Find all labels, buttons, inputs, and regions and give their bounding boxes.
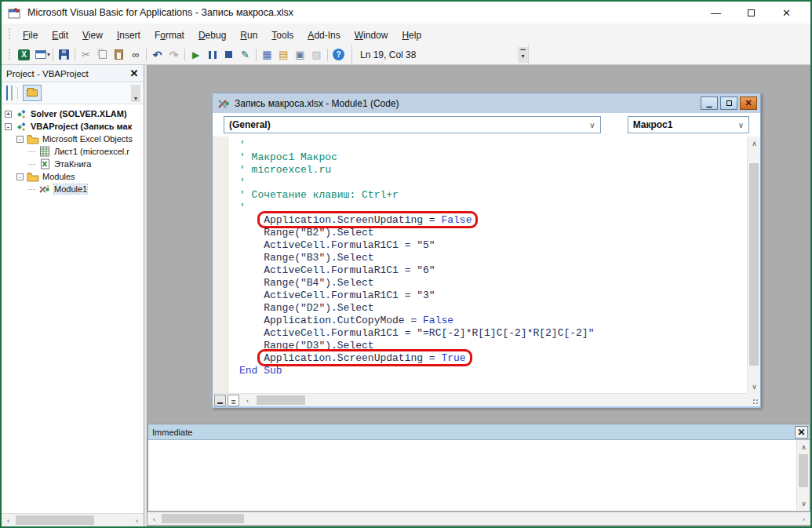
find-button[interactable]: ∞ bbox=[127, 47, 144, 63]
tree-item-module1[interactable]: Module1 bbox=[2, 183, 144, 195]
cut-button[interactable]: ✂ bbox=[78, 47, 94, 63]
run-button[interactable]: ▶ bbox=[188, 47, 204, 63]
immediate-titlebar[interactable]: Immediate ✕ bbox=[148, 424, 810, 440]
scroll-thumb[interactable] bbox=[799, 454, 808, 487]
tree-item-microsoft[interactable]: -Microsoft Excel Objects bbox=[2, 133, 144, 145]
scroll-thumb[interactable] bbox=[257, 395, 305, 405]
menu-insert[interactable]: Insert bbox=[110, 27, 147, 44]
code-window-titlebar[interactable]: Запись макроса.xlsx - Module1 (Code) ▁ ✕ bbox=[213, 93, 760, 113]
code-vscrollbar[interactable]: ∧ ∨ bbox=[747, 137, 760, 393]
expand-icon[interactable]: + bbox=[5, 111, 12, 118]
object-dropdown[interactable]: (General) ∨ bbox=[224, 116, 601, 133]
toolbar-overflow-icon[interactable]: ▔▾ bbox=[518, 47, 528, 63]
toolbox-button[interactable]: ▨ bbox=[308, 47, 325, 63]
properties-window-button[interactable]: ▤ bbox=[275, 47, 292, 63]
menu-accelerator: o bbox=[160, 30, 166, 41]
cursor-position-indicator: Ln 19, Col 38 bbox=[351, 45, 489, 64]
toggle-folders-button[interactable] bbox=[23, 85, 42, 101]
paste-button[interactable] bbox=[111, 47, 127, 63]
tree-item-этакнига[interactable]: ЭтаКнига bbox=[2, 158, 144, 170]
scroll-thumb[interactable] bbox=[162, 514, 244, 523]
procedure-view-button[interactable]: ▬ bbox=[214, 395, 226, 406]
code-line: Range("D3").Select bbox=[239, 340, 747, 352]
code-maximize-icon[interactable] bbox=[720, 96, 737, 110]
scroll-down-icon[interactable]: ∨ bbox=[748, 380, 761, 393]
immediate-vscrollbar[interactable]: ∧ ∨ bbox=[796, 440, 810, 510]
menu-format[interactable]: Format bbox=[147, 27, 191, 44]
scroll-up-icon[interactable]: ∧ bbox=[748, 137, 761, 150]
menu-grip[interactable] bbox=[8, 28, 12, 41]
view-object-button[interactable] bbox=[11, 86, 13, 100]
menu-run[interactable]: Run bbox=[233, 27, 264, 44]
scroll-left-icon[interactable]: ‹ bbox=[147, 512, 161, 526]
reset-button[interactable] bbox=[220, 47, 237, 63]
collapse-icon[interactable]: - bbox=[5, 123, 12, 130]
code-minimize-icon[interactable]: ▁ bbox=[701, 96, 718, 110]
scroll-left-icon[interactable]: ‹ bbox=[2, 514, 15, 527]
menu-view[interactable]: View bbox=[75, 27, 110, 44]
scroll-up-icon[interactable]: ∧ bbox=[797, 440, 810, 453]
code-text: Application.CutCopyMode = bbox=[239, 315, 423, 326]
collapse-icon[interactable]: - bbox=[16, 136, 24, 143]
insert-userform-button[interactable] bbox=[32, 47, 49, 63]
project-explorer-icon: ▦ bbox=[262, 49, 271, 60]
minimize-icon[interactable]: — bbox=[698, 3, 734, 22]
project-explorer-button[interactable]: ▦ bbox=[259, 47, 275, 63]
scroll-right-icon[interactable]: › bbox=[797, 512, 810, 526]
code-margin-bar[interactable] bbox=[213, 137, 228, 393]
break-button[interactable] bbox=[204, 47, 220, 63]
menu-add-ins[interactable]: Add-Ins bbox=[300, 27, 347, 44]
code-hscrollbar[interactable]: ‹ bbox=[239, 394, 747, 406]
menu-accelerator: D bbox=[198, 30, 206, 41]
menu-tools[interactable]: Tools bbox=[264, 27, 300, 44]
code-line: Range("B4").Select bbox=[239, 277, 747, 289]
scroll-thumb[interactable] bbox=[749, 163, 759, 366]
project-panel-close-icon[interactable]: ✕ bbox=[128, 67, 140, 79]
code-close-icon[interactable]: ✕ bbox=[740, 96, 757, 110]
view-microsoft-excel-button[interactable]: X bbox=[16, 47, 32, 63]
undo-button[interactable]: ↶ bbox=[149, 47, 166, 63]
menu-file[interactable]: File bbox=[16, 27, 45, 44]
collapse-icon[interactable]: - bbox=[16, 173, 24, 180]
menu-accelerator: F bbox=[23, 30, 28, 41]
code-text-area[interactable]: '' Макрос1 Макрос' microexcel.ru'' Сочет… bbox=[228, 137, 747, 393]
menu-accelerator: R bbox=[240, 30, 247, 41]
immediate-hscrollbar[interactable]: ‹ › bbox=[147, 512, 810, 525]
toolbar-grip[interactable] bbox=[8, 49, 12, 61]
tree-item-vbaproject[interactable]: -VBAProject (Запись мак bbox=[2, 120, 144, 133]
mdi-workspace: Запись макроса.xlsx - Module1 (Code) ▁ ✕… bbox=[147, 65, 810, 526]
close-icon[interactable]: ✕ bbox=[769, 3, 804, 22]
view-code-button[interactable] bbox=[6, 86, 8, 100]
immediate-close-icon[interactable]: ✕ bbox=[795, 426, 808, 439]
menu-window[interactable]: Window bbox=[348, 27, 395, 44]
menu-help[interactable]: Help bbox=[395, 27, 428, 44]
resize-grip[interactable] bbox=[747, 393, 760, 406]
redo-button[interactable]: ↷ bbox=[166, 47, 182, 63]
panel-scroll-dropdown[interactable]: ▾ bbox=[131, 85, 140, 102]
immediate-input-area[interactable]: ∧ ∨ bbox=[148, 440, 810, 510]
view-microsoft-excel-icon: X bbox=[18, 49, 30, 60]
scroll-left-icon[interactable]: ‹ bbox=[241, 394, 254, 407]
project-explorer-panel: Project - VBAProject ✕ ▾ +Solver (SOLVER… bbox=[2, 65, 144, 526]
design-mode-button[interactable]: ✎ bbox=[237, 47, 253, 63]
scroll-down-icon[interactable]: ∨ bbox=[797, 497, 810, 510]
tree-item-modules[interactable]: -Modules bbox=[2, 170, 144, 183]
object-browser-button[interactable]: ▣ bbox=[292, 47, 308, 63]
save-button[interactable] bbox=[56, 47, 72, 63]
title-bar: Microsoft Visual Basic for Applications … bbox=[2, 2, 810, 24]
immediate-window: Immediate ✕ ∧ ∨ bbox=[147, 424, 810, 512]
full-module-view-button[interactable]: ☰ bbox=[228, 395, 239, 406]
maximize-icon[interactable] bbox=[734, 3, 769, 22]
tree-item-solver[interactable]: +Solver (SOLVER.XLAM) bbox=[2, 107, 144, 120]
copy-button[interactable] bbox=[94, 47, 111, 63]
scroll-thumb[interactable] bbox=[16, 515, 94, 525]
tree-item-лист1[interactable]: Лист1 (microexcel.r bbox=[2, 145, 144, 158]
help-button[interactable]: ? bbox=[330, 47, 347, 63]
project-panel-hscrollbar[interactable]: ‹ › bbox=[2, 513, 144, 526]
comment-text: ' microexcel.ru bbox=[239, 164, 331, 176]
properties-window-icon: ▤ bbox=[279, 49, 288, 60]
scroll-right-icon[interactable]: › bbox=[130, 514, 144, 527]
menu-edit[interactable]: Edit bbox=[45, 27, 75, 44]
menu-debug[interactable]: Debug bbox=[191, 27, 233, 44]
procedure-dropdown[interactable]: Макрос1 ∨ bbox=[628, 116, 749, 133]
